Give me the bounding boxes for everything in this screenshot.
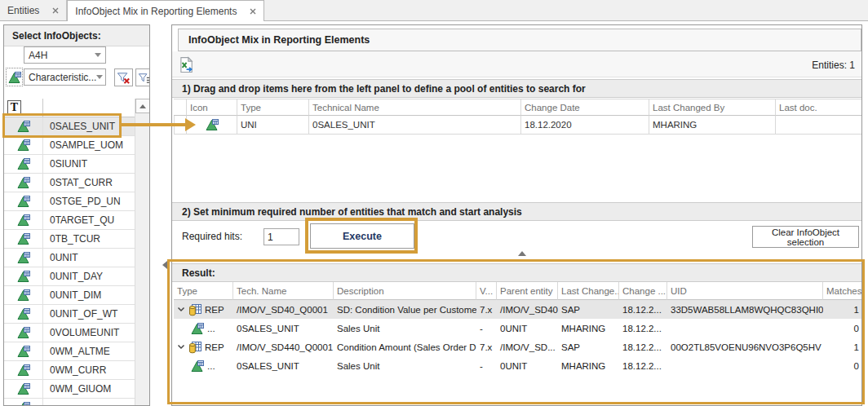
list-item-label: 0WM_GIUOM — [43, 383, 111, 395]
list-item-label: 0STGE_PD_UN — [43, 196, 121, 207]
header-cell — [174, 99, 187, 116]
last-changed-by-cell: MHARING — [649, 116, 776, 135]
list-item[interactable]: 0STAT_CURR — [4, 174, 135, 192]
change-date-cell: 18.12.2020 — [521, 116, 649, 135]
scroll-up-button[interactable] — [135, 99, 150, 113]
type-cell: UNI — [237, 116, 309, 135]
entity-pool-table: Icon Type Technical Name Change Date Las… — [174, 99, 862, 135]
list-item[interactable]: 0SAMPLE_UOM — [4, 136, 135, 155]
infoobject-type-select[interactable]: Characteristic... — [24, 68, 106, 86]
table-row[interactable]: UNI 0SALES_UNIT 18.12.2020 MHARING — [174, 116, 862, 135]
last-changed-by-cell: SAP — [558, 342, 619, 352]
version-cell: - — [476, 324, 497, 333]
chevron-down-icon[interactable] — [177, 307, 185, 312]
characteristic-icon — [191, 360, 204, 373]
type-cell: ... — [174, 360, 233, 373]
header-cell[interactable]: Last Change... — [558, 282, 619, 300]
row-selector-cell[interactable] — [174, 116, 187, 135]
list-item-label: 0TARGET_QU — [43, 214, 114, 226]
system-select[interactable]: A4H — [24, 46, 106, 64]
characteristic-type-button[interactable] — [6, 68, 23, 86]
characteristic-icon — [17, 270, 30, 283]
version-cell: 7.x — [476, 342, 497, 352]
infoobject-mix-panel: InfoObject Mix in Reporting Elements Ent… — [171, 24, 862, 406]
header-cell[interactable]: Last Changed By — [649, 99, 776, 116]
left-panel-title: Select InfoObjects: — [4, 25, 149, 46]
select-infoobjects-panel: Select InfoObjects: A4H Characteristic..… — [3, 24, 150, 406]
type-label: ... — [207, 324, 215, 333]
characteristic-icon — [17, 195, 30, 208]
result-row[interactable]: ... 0SALES_UNIT Sales Unit - 0UNIT MHARI… — [174, 356, 862, 375]
header-cell[interactable]: Type — [174, 282, 233, 300]
clear-infoobject-selection-button[interactable]: Clear InfoObject selection — [752, 226, 859, 248]
header-cell[interactable]: Matches — [823, 282, 862, 300]
list-item[interactable]: 0SALES_UNIT — [4, 117, 135, 136]
header-cell[interactable]: Type — [237, 99, 309, 116]
close-icon[interactable] — [52, 7, 59, 14]
list-item[interactable]: 0SIUNIT — [4, 155, 135, 174]
header-cell[interactable]: Description — [334, 282, 476, 300]
header-cell[interactable]: Icon — [187, 99, 237, 116]
list-item[interactable]: 0UNIT_DIM — [4, 286, 135, 305]
execute-button[interactable]: Execute — [310, 223, 414, 249]
tab-infoobject-mix[interactable]: InfoObject Mix in Reporting Elements — [67, 0, 264, 21]
result-row[interactable]: REP /IMO/V_SD40_Q0001 SD: Condition Valu… — [174, 300, 862, 319]
matches-cell: 0 — [823, 324, 862, 333]
header-cell[interactable]: UID — [667, 282, 823, 300]
change-date-cell: 18.12.2... — [619, 324, 667, 333]
characteristic-icon — [17, 326, 30, 339]
close-icon[interactable] — [250, 8, 256, 15]
list-item-label: 0UNIT_DAY — [43, 271, 103, 282]
splitter-up-icon[interactable] — [518, 251, 526, 256]
required-hits-input[interactable] — [264, 228, 299, 245]
list-item[interactable]: 0TARGET_QU — [4, 211, 135, 230]
text-filter-icon[interactable]: T — [7, 100, 21, 115]
tech-name-cell: /IMO/V_SD40_Q0001 — [233, 305, 334, 315]
type-cell: ... — [174, 322, 233, 335]
version-cell: 7.x — [476, 305, 497, 315]
list-item[interactable]: 0WM_ALTME — [4, 342, 135, 361]
header-cell[interactable]: Technical Name — [309, 99, 521, 116]
list-item[interactable]: 0WM_CURR — [4, 361, 135, 380]
tab-bar: Entities InfoObject Mix in Reporting Ele… — [0, 0, 868, 21]
icon-cell — [187, 116, 237, 135]
query-icon — [188, 303, 202, 316]
header-cell[interactable]: Parent entity — [497, 282, 558, 300]
infoobject-list: T 0SALES_UNIT 0SAMPLE_UOM 0SIUNIT 0STAT_… — [4, 99, 149, 405]
list-item[interactable]: 0WM_GIUOM — [4, 380, 135, 399]
header-cell[interactable]: Change ... — [619, 282, 667, 300]
list-item[interactable]: 0TB_TCUR — [4, 230, 135, 249]
text-filter-header-cell[interactable]: T — [4, 99, 43, 117]
list-item-partial[interactable] — [4, 399, 135, 406]
characteristic-icon — [17, 251, 30, 264]
matches-cell: 1 — [823, 342, 862, 352]
uid-cell: 33D5WAB58LLAM8WQHQC83QHI0 — [667, 305, 823, 315]
chevron-down-icon — [96, 75, 103, 79]
last-changed-by-cell: MHARING — [558, 324, 619, 333]
list-item-label: 0TB_TCUR — [43, 233, 100, 245]
change-date-cell: 18.12.2... — [619, 305, 667, 315]
header-cell[interactable]: Tech. Name — [233, 282, 334, 300]
header-cell[interactable]: V... — [476, 282, 497, 300]
tech-name-cell: 0SALES_UNIT — [233, 324, 334, 333]
list-item[interactable]: 0VOLUMEUNIT — [4, 324, 135, 342]
export-excel-button[interactable] — [178, 56, 194, 73]
splitter-collapse-icon[interactable] — [162, 261, 167, 269]
list-item[interactable]: 0UNIT_DAY — [4, 267, 135, 286]
matches-cell: 0 — [823, 361, 862, 371]
list-item[interactable]: 0UNIT_OF_WT — [4, 305, 135, 324]
tab-entities[interactable]: Entities — [0, 0, 67, 20]
header-cell[interactable]: Last doc. — [776, 99, 862, 116]
query-icon — [188, 341, 202, 354]
result-row[interactable]: ... 0SALES_UNIT Sales Unit - 0UNIT MHARI… — [174, 319, 862, 338]
clear-filter-button[interactable] — [114, 68, 133, 86]
list-scrollbar[interactable] — [135, 99, 149, 405]
list-item[interactable]: 0UNIT — [4, 249, 135, 267]
characteristic-icon — [17, 232, 30, 245]
result-row[interactable]: REP /IMO/V_SD440_Q0001 Condition Amount … — [174, 338, 862, 356]
header-cell[interactable]: Change Date — [521, 99, 649, 116]
list-item[interactable]: 0STGE_PD_UN — [4, 192, 135, 211]
chevron-down-icon[interactable] — [177, 344, 185, 350]
filter-options-button[interactable] — [135, 68, 150, 86]
last-doc-cell — [776, 116, 862, 135]
